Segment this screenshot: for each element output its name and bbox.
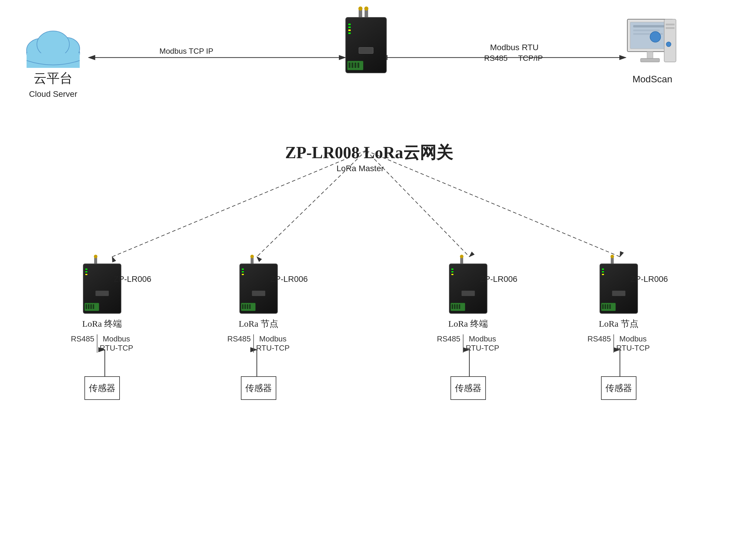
node-1-group: ZP-LR006 LoRa 终端 RS485 Modbus RTU-TCP 传感… [71,257,133,400]
modbus-tcp-label: Modbus TCP IP [160,47,213,56]
main-diagram: 云平台 Cloud Server Modbus TCP IP [0,0,756,556]
node-3-model: ZP-LR006 [480,274,517,284]
node-1-protocols: RS485 Modbus RTU-TCP [71,334,133,353]
svg-point-24 [650,32,661,42]
node-4-type: LoRa 节点 [599,318,638,330]
node-2-protocols: RS485 Modbus RTU-TCP [227,334,289,353]
modbus-rtu-label: Modbus RTU [490,43,539,52]
node-4-model: ZP-LR006 [630,274,668,284]
rs485-tcpip-label: RS485 TCP/IP [484,54,543,63]
cloud-en-label: Cloud Server [29,90,77,99]
svg-rect-29 [666,27,675,29]
node-4-protocols: RS485 Modbus RTU-TCP [587,334,650,353]
node-1-sensor: 传感器 [84,376,120,400]
gateway-device [345,9,387,74]
svg-rect-28 [666,24,675,25]
node-1-model: ZP-LR006 [114,274,151,284]
node-2-group: ZP-LR006 LoRa 节点 RS485 Modbus RTU-TCP 传感… [227,257,289,400]
modscan-group: ModScan [626,18,679,85]
gateway-title: ZP-LR008 LoRa云网关 [266,142,472,164]
svg-rect-25 [647,51,653,59]
node-2-type: LoRa 节点 [239,318,278,330]
svg-rect-21 [633,25,667,28]
cloud-server-group: 云平台 Cloud Server [21,24,85,99]
node-4-sensor: 传感器 [601,376,637,400]
node-3-group: ZP-LR006 LoRa 终端 RS485 Modbus RTU-TCP 传感… [437,257,499,400]
cloud-cn-label: 云平台 [34,70,73,87]
node-3-protocols: RS485 Modbus RTU-TCP [437,334,499,353]
svg-rect-26 [641,59,659,62]
node-4-group: ZP-LR006 LoRa 节点 RS485 Modbus RTU-TCP 传感… [587,257,650,400]
svg-line-6 [112,150,366,257]
modscan-label: ModScan [632,74,672,85]
svg-line-9 [366,150,620,257]
node-1-type: LoRa 终端 [82,318,122,330]
svg-point-30 [666,42,671,47]
cloud-icon [21,24,85,69]
svg-rect-27 [664,19,676,62]
lora-master-label: LoRa Master [337,164,384,173]
monitor-icon [626,18,679,71]
svg-rect-22 [633,30,660,31]
node-3-sensor: 传感器 [450,376,486,400]
node-2-sensor: 传感器 [241,376,276,400]
node-3-type: LoRa 终端 [448,318,488,330]
node-2-model: ZP-LR006 [270,274,308,284]
